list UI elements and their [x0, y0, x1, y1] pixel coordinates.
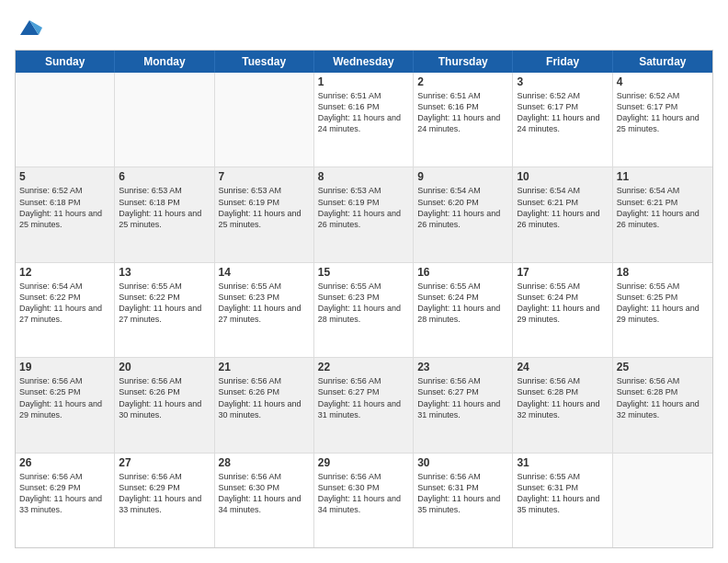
day-of-week-header: Thursday — [414, 51, 513, 73]
calendar-cell — [115, 73, 214, 167]
logo-icon — [17, 15, 42, 40]
day-number: 12 — [19, 266, 110, 279]
day-info: Sunrise: 6:55 AMSunset: 6:31 PMDaylight:… — [517, 471, 608, 516]
day-info: Sunrise: 6:54 AMSunset: 6:21 PMDaylight:… — [617, 185, 709, 230]
day-info: Sunrise: 6:54 AMSunset: 6:22 PMDaylight:… — [19, 281, 110, 326]
day-info: Sunrise: 6:51 AMSunset: 6:16 PMDaylight:… — [318, 90, 409, 135]
day-of-week-header: Wednesday — [314, 51, 414, 73]
day-info: Sunrise: 6:55 AMSunset: 6:23 PMDaylight:… — [219, 281, 310, 326]
calendar-cell: 29Sunrise: 6:56 AMSunset: 6:30 PMDayligh… — [314, 454, 414, 547]
calendar-cell: 25Sunrise: 6:56 AMSunset: 6:28 PMDayligh… — [613, 358, 712, 452]
day-info: Sunrise: 6:55 AMSunset: 6:23 PMDaylight:… — [318, 281, 409, 326]
day-info: Sunrise: 6:56 AMSunset: 6:26 PMDaylight:… — [219, 375, 310, 420]
day-number: 10 — [517, 170, 608, 183]
day-info: Sunrise: 6:56 AMSunset: 6:27 PMDaylight:… — [318, 375, 409, 420]
calendar-header: SundayMondayTuesdayWednesdayThursdayFrid… — [16, 51, 712, 73]
day-number: 31 — [517, 456, 608, 469]
day-number: 1 — [318, 75, 409, 88]
logo — [15, 15, 42, 40]
day-number: 25 — [617, 361, 709, 373]
calendar-cell: 16Sunrise: 6:55 AMSunset: 6:24 PMDayligh… — [414, 263, 513, 357]
calendar-cell: 12Sunrise: 6:54 AMSunset: 6:22 PMDayligh… — [16, 263, 115, 357]
calendar-cell: 8Sunrise: 6:53 AMSunset: 6:19 PMDaylight… — [314, 167, 414, 261]
calendar-cell: 28Sunrise: 6:56 AMSunset: 6:30 PMDayligh… — [215, 454, 314, 547]
calendar-week-row: 12Sunrise: 6:54 AMSunset: 6:22 PMDayligh… — [16, 263, 712, 358]
day-number: 11 — [617, 170, 709, 183]
calendar-cell: 26Sunrise: 6:56 AMSunset: 6:29 PMDayligh… — [16, 454, 115, 547]
day-number: 18 — [617, 266, 709, 279]
calendar-cell: 5Sunrise: 6:52 AMSunset: 6:18 PMDaylight… — [16, 167, 115, 261]
day-info: Sunrise: 6:56 AMSunset: 6:26 PMDaylight:… — [119, 375, 210, 420]
day-info: Sunrise: 6:56 AMSunset: 6:28 PMDaylight:… — [617, 375, 709, 420]
day-info: Sunrise: 6:56 AMSunset: 6:30 PMDaylight:… — [318, 471, 409, 516]
day-number: 7 — [219, 170, 310, 183]
day-of-week-header: Friday — [513, 51, 612, 73]
day-number: 6 — [119, 170, 210, 183]
calendar-cell: 23Sunrise: 6:56 AMSunset: 6:27 PMDayligh… — [414, 358, 513, 452]
day-number: 8 — [318, 170, 409, 183]
calendar-cell: 9Sunrise: 6:54 AMSunset: 6:20 PMDaylight… — [414, 167, 513, 261]
day-number: 2 — [417, 75, 508, 88]
day-of-week-header: Monday — [115, 51, 214, 73]
calendar-cell: 31Sunrise: 6:55 AMSunset: 6:31 PMDayligh… — [513, 454, 612, 547]
day-of-week-header: Tuesday — [215, 51, 314, 73]
calendar-cell: 17Sunrise: 6:55 AMSunset: 6:24 PMDayligh… — [513, 263, 612, 357]
day-number: 27 — [119, 456, 210, 469]
day-number: 26 — [19, 456, 110, 469]
day-info: Sunrise: 6:53 AMSunset: 6:19 PMDaylight:… — [219, 185, 310, 230]
calendar-cell: 4Sunrise: 6:52 AMSunset: 6:17 PMDaylight… — [613, 73, 712, 167]
calendar-cell: 30Sunrise: 6:56 AMSunset: 6:31 PMDayligh… — [414, 454, 513, 547]
day-info: Sunrise: 6:55 AMSunset: 6:24 PMDaylight:… — [517, 281, 608, 326]
day-info: Sunrise: 6:56 AMSunset: 6:31 PMDaylight:… — [417, 471, 508, 516]
day-info: Sunrise: 6:56 AMSunset: 6:28 PMDaylight:… — [517, 375, 608, 420]
calendar-cell: 20Sunrise: 6:56 AMSunset: 6:26 PMDayligh… — [115, 358, 214, 452]
day-info: Sunrise: 6:56 AMSunset: 6:29 PMDaylight:… — [19, 471, 110, 516]
calendar-cell: 22Sunrise: 6:56 AMSunset: 6:27 PMDayligh… — [314, 358, 414, 452]
day-info: Sunrise: 6:52 AMSunset: 6:18 PMDaylight:… — [19, 185, 110, 230]
day-number: 9 — [417, 170, 508, 183]
calendar-cell: 2Sunrise: 6:51 AMSunset: 6:16 PMDaylight… — [414, 73, 513, 167]
calendar-cell: 11Sunrise: 6:54 AMSunset: 6:21 PMDayligh… — [613, 167, 712, 261]
day-number: 19 — [19, 361, 110, 373]
calendar-cell: 3Sunrise: 6:52 AMSunset: 6:17 PMDaylight… — [513, 73, 612, 167]
day-info: Sunrise: 6:52 AMSunset: 6:17 PMDaylight:… — [617, 90, 709, 135]
day-of-week-header: Sunday — [16, 51, 115, 73]
calendar-cell: 15Sunrise: 6:55 AMSunset: 6:23 PMDayligh… — [314, 263, 414, 357]
day-info: Sunrise: 6:53 AMSunset: 6:19 PMDaylight:… — [318, 185, 409, 230]
day-number: 16 — [417, 266, 508, 279]
calendar-cell: 14Sunrise: 6:55 AMSunset: 6:23 PMDayligh… — [215, 263, 314, 357]
calendar-body: 1Sunrise: 6:51 AMSunset: 6:16 PMDaylight… — [16, 73, 712, 547]
day-number: 17 — [517, 266, 608, 279]
day-number: 14 — [219, 266, 310, 279]
day-number: 13 — [119, 266, 210, 279]
calendar: SundayMondayTuesdayWednesdayThursdayFrid… — [15, 50, 713, 548]
day-number: 30 — [417, 456, 508, 469]
calendar-cell: 7Sunrise: 6:53 AMSunset: 6:19 PMDaylight… — [215, 167, 314, 261]
calendar-cell: 13Sunrise: 6:55 AMSunset: 6:22 PMDayligh… — [115, 263, 214, 357]
day-number: 28 — [219, 456, 310, 469]
calendar-cell: 6Sunrise: 6:53 AMSunset: 6:18 PMDaylight… — [115, 167, 214, 261]
day-info: Sunrise: 6:54 AMSunset: 6:21 PMDaylight:… — [517, 185, 608, 230]
day-info: Sunrise: 6:52 AMSunset: 6:17 PMDaylight:… — [517, 90, 608, 135]
calendar-cell: 19Sunrise: 6:56 AMSunset: 6:25 PMDayligh… — [16, 358, 115, 452]
day-info: Sunrise: 6:55 AMSunset: 6:22 PMDaylight:… — [119, 281, 210, 326]
calendar-cell: 21Sunrise: 6:56 AMSunset: 6:26 PMDayligh… — [215, 358, 314, 452]
day-info: Sunrise: 6:56 AMSunset: 6:27 PMDaylight:… — [417, 375, 508, 420]
calendar-cell — [16, 73, 115, 167]
day-info: Sunrise: 6:54 AMSunset: 6:20 PMDaylight:… — [417, 185, 508, 230]
day-number: 20 — [119, 361, 210, 373]
calendar-week-row: 26Sunrise: 6:56 AMSunset: 6:29 PMDayligh… — [16, 454, 712, 547]
calendar-cell: 10Sunrise: 6:54 AMSunset: 6:21 PMDayligh… — [513, 167, 612, 261]
day-number: 15 — [318, 266, 409, 279]
day-info: Sunrise: 6:55 AMSunset: 6:24 PMDaylight:… — [417, 281, 508, 326]
calendar-week-row: 5Sunrise: 6:52 AMSunset: 6:18 PMDaylight… — [16, 167, 712, 262]
day-number: 29 — [318, 456, 409, 469]
calendar-cell: 27Sunrise: 6:56 AMSunset: 6:29 PMDayligh… — [115, 454, 214, 547]
header — [15, 15, 713, 40]
day-number: 23 — [417, 361, 508, 373]
calendar-week-row: 19Sunrise: 6:56 AMSunset: 6:25 PMDayligh… — [16, 358, 712, 453]
day-number: 24 — [517, 361, 608, 373]
day-info: Sunrise: 6:56 AMSunset: 6:25 PMDaylight:… — [19, 375, 110, 420]
calendar-cell: 18Sunrise: 6:55 AMSunset: 6:25 PMDayligh… — [613, 263, 712, 357]
calendar-cell — [613, 454, 712, 547]
